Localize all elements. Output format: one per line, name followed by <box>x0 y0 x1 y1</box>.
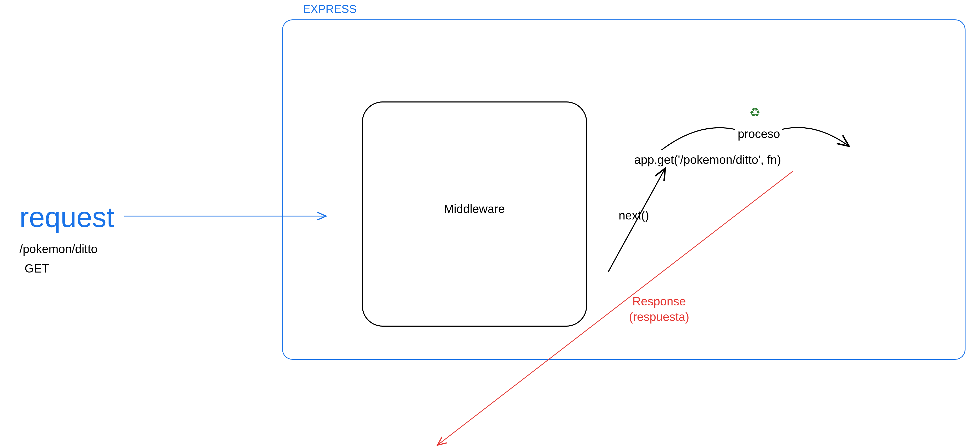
diagram-canvas: EXPRESS Middleware request /pokemon/ditt… <box>0 0 980 448</box>
response-text2: (respuesta) <box>629 310 689 324</box>
response-label: Response (respuesta) <box>629 294 689 325</box>
request-method: GET <box>25 261 49 275</box>
proceso-label: proceso <box>738 127 780 141</box>
request-path: /pokemon/ditto <box>19 242 98 256</box>
request-label: request <box>19 200 115 234</box>
next-label: next() <box>619 208 649 222</box>
response-text1: Response <box>632 294 686 308</box>
express-title: EXPRESS <box>303 3 357 16</box>
middleware-label: Middleware <box>444 202 505 216</box>
appget-label: app.get('/pokemon/ditto', fn) <box>634 153 781 167</box>
recycle-icon: ♻ <box>749 105 760 119</box>
